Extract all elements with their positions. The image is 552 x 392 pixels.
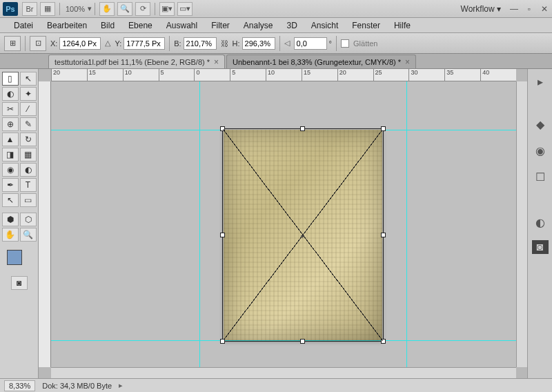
- bridge-button[interactable]: Br: [22, 2, 37, 16]
- menu-bearbeiten[interactable]: Bearbeiten: [40, 21, 94, 30]
- status-zoom[interactable]: 8,33%: [4, 380, 35, 391]
- guide-vertical[interactable]: [199, 81, 200, 367]
- rotate-view-button[interactable]: ⟳: [135, 2, 150, 16]
- menu-filter[interactable]: Filter: [204, 21, 237, 30]
- menu-ansicht[interactable]: Ansicht: [304, 21, 345, 30]
- y-input[interactable]: [124, 37, 165, 50]
- w-input[interactable]: [184, 37, 217, 50]
- separator: [155, 3, 155, 15]
- transform-center-icon[interactable]: ✦: [299, 232, 306, 239]
- scrollbar-vertical[interactable]: [516, 81, 527, 367]
- transform-handle[interactable]: [381, 339, 386, 344]
- hand-tool-button[interactable]: ✋: [99, 2, 115, 16]
- guide-vertical[interactable]: [406, 81, 407, 367]
- transform-handle[interactable]: [300, 126, 305, 131]
- zoom-tool-button[interactable]: 🔍: [117, 2, 132, 16]
- menu-datei[interactable]: Datei: [7, 21, 40, 30]
- wand-tool[interactable]: ✦: [20, 87, 37, 101]
- crop-tool[interactable]: ✂: [2, 102, 19, 116]
- menu-auswahl[interactable]: Auswahl: [159, 21, 204, 30]
- zoom-dropdown[interactable]: 100%: [66, 5, 85, 13]
- screen-mode-button[interactable]: ▦: [40, 2, 55, 16]
- 3d-tool[interactable]: ⬢: [2, 213, 19, 226]
- brush-tool[interactable]: ✎: [20, 117, 37, 131]
- link-icon[interactable]: ⛓: [221, 39, 228, 48]
- transform-handle[interactable]: [300, 339, 305, 344]
- y-label: Y:: [115, 39, 121, 48]
- transform-handle[interactable]: [220, 233, 225, 237]
- hand-tool[interactable]: ✋: [2, 228, 19, 242]
- transform-handle[interactable]: [381, 233, 386, 237]
- close-icon[interactable]: ×: [405, 57, 410, 67]
- angle-input[interactable]: [294, 37, 327, 50]
- paths-panel-icon[interactable]: ☐: [531, 168, 549, 185]
- marquee-tool[interactable]: ↖: [20, 72, 37, 86]
- document-tabs: testtutoria1l.pdf bei 11,1% (Ebene 2, RG…: [0, 54, 552, 69]
- close-button[interactable]: ✕: [538, 3, 551, 14]
- reference-point-icon[interactable]: ⊡: [30, 36, 46, 51]
- ruler-vertical[interactable]: [39, 81, 51, 367]
- degree-label: °: [329, 39, 332, 48]
- eyedropper-tool[interactable]: ⁄: [20, 102, 37, 116]
- pen-tool[interactable]: ✒: [2, 178, 19, 192]
- transform-handle[interactable]: [381, 126, 386, 131]
- main-area: ▯↖ ◐✦ ✂⁄ ⊕✎ ▲↻ ◨▦ ◉◐ ✒T ↖▭ ⬢⬡ ✋🔍 ◙ 20 15…: [0, 69, 552, 378]
- maximize-button[interactable]: ▫: [522, 3, 536, 14]
- fg-color-swatch[interactable]: [7, 250, 22, 265]
- menu-bild[interactable]: Bild: [94, 21, 121, 30]
- quickmask-tool[interactable]: ◙: [11, 276, 28, 290]
- close-icon[interactable]: ×: [214, 57, 219, 67]
- options-bar: ⊞ ⊡ X: △ Y: B: ⛓ H: ◁ ° Glätten: [0, 33, 552, 54]
- menu-fenster[interactable]: Fenster: [345, 21, 387, 30]
- menu-analyse[interactable]: Analyse: [237, 21, 280, 30]
- transform-handle[interactable]: [220, 126, 225, 131]
- tab-unbenannt[interactable]: Unbenannt-1 bei 8,33% (Grungetextur, CMY…: [226, 55, 416, 68]
- transform-handle[interactable]: [220, 339, 225, 344]
- arrange-docs-button[interactable]: ▣▾: [159, 2, 175, 16]
- minimize-button[interactable]: —: [507, 3, 521, 14]
- ruler-horizontal[interactable]: 20 15 10 5 0 5 10 15 20 25 30 35 40: [51, 69, 516, 81]
- stamp-tool[interactable]: ▲: [2, 133, 19, 146]
- workspace-dropdown[interactable]: Workflow ▾: [461, 4, 501, 14]
- lasso-tool[interactable]: ◐: [2, 87, 19, 101]
- h-input[interactable]: [242, 37, 275, 50]
- status-arrow-icon[interactable]: ▸: [119, 381, 123, 390]
- collapse-icon[interactable]: ▸: [531, 73, 549, 90]
- gradient-tool[interactable]: ▦: [20, 148, 37, 161]
- app-logo: Ps: [3, 2, 18, 16]
- tab-testtutorial[interactable]: testtutoria1l.pdf bei 11,1% (Ebene 2, RG…: [48, 55, 225, 68]
- 3d-camera-tool[interactable]: ⬡: [20, 213, 37, 226]
- w-label: B:: [174, 39, 181, 48]
- eraser-tool[interactable]: ◨: [2, 148, 19, 161]
- separator: [95, 3, 95, 15]
- zoom-tool[interactable]: 🔍: [20, 228, 37, 242]
- screen-mode-button-2[interactable]: ▭▾: [177, 2, 193, 16]
- transform-bounding-box[interactable]: ✦: [222, 128, 384, 342]
- dodge-tool[interactable]: ◐: [20, 163, 37, 177]
- layers-panel-icon[interactable]: ◆: [531, 116, 549, 133]
- canvas-background[interactable]: ✦: [51, 81, 516, 367]
- menu-ebene[interactable]: Ebene: [121, 21, 159, 30]
- scrollbar-horizontal[interactable]: [51, 367, 516, 378]
- history-brush-tool[interactable]: ↻: [20, 133, 37, 146]
- shape-tool[interactable]: ▭: [20, 193, 37, 207]
- move-tool[interactable]: ▯: [2, 72, 19, 86]
- y-field: Y:: [115, 37, 165, 50]
- color-swatches[interactable]: [7, 246, 32, 271]
- x-input[interactable]: [59, 37, 101, 50]
- angle-field: °: [294, 37, 332, 50]
- history-panel-icon[interactable]: ◙: [532, 240, 549, 254]
- antialias-checkbox[interactable]: [341, 39, 349, 48]
- heal-tool[interactable]: ⊕: [2, 117, 19, 131]
- type-tool[interactable]: T: [20, 178, 37, 192]
- menu-3d[interactable]: 3D: [280, 21, 304, 30]
- channels-panel-icon[interactable]: ◉: [531, 142, 549, 159]
- blur-tool[interactable]: ◉: [2, 163, 19, 177]
- adjustments-panel-icon[interactable]: ◐: [531, 214, 549, 231]
- path-select-tool[interactable]: ↖: [2, 193, 19, 207]
- right-panel-dock: ▸ ◆ ◉ ☐ ◐ ◙: [527, 69, 552, 378]
- status-doc-info[interactable]: Dok: 34,3 MB/0 Byte: [42, 382, 112, 390]
- transform-tool-icon[interactable]: ⊞: [4, 36, 21, 51]
- antialias-label: Glätten: [353, 39, 377, 48]
- menu-hilfe[interactable]: Hilfe: [387, 21, 417, 30]
